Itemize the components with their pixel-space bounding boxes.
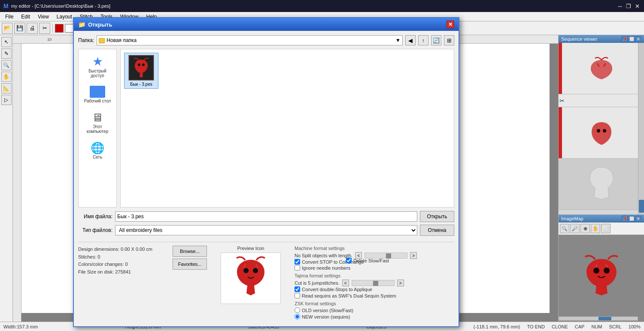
cut-thumb <box>373 281 378 286</box>
read-sequins-checkbox[interactable] <box>295 293 300 298</box>
dialog-content: ★ Быстрый доступ Рабочий стол 🖥 Этот ком… <box>78 49 454 208</box>
filetype-label: Тип файлов: <box>78 227 112 233</box>
ignore-needle-row: Ignore needle numbers <box>295 265 454 271</box>
info-buttons: Browse... Favorites... <box>173 246 207 322</box>
zsk-format-title: ZSK format settings <box>295 301 454 306</box>
filename-input[interactable] <box>115 211 417 222</box>
nav-view-btn[interactable]: ⊞ <box>444 35 454 45</box>
filename-label: Имя файла: <box>78 214 112 220</box>
ignore-needle-label: Ignore needle numbers <box>302 265 350 271</box>
new-version-row: NEW version (sequins) <box>295 314 454 319</box>
convert-double-label: Convert double-Stops to Applique <box>302 287 372 292</box>
svg-point-6 <box>142 63 145 66</box>
no-split-right-btn[interactable]: > <box>410 252 417 259</box>
network-icon: 🌐 <box>91 141 104 155</box>
folder-dropdown-arrow: ▼ <box>395 37 401 43</box>
cut-right-btn[interactable]: > <box>397 280 404 286</box>
dialog-icon: 📁 <box>78 21 85 28</box>
info-right: Machine format settings No Split objects… <box>295 246 454 322</box>
folder-dropdown[interactable]: Новая папка ▼ <box>97 35 403 45</box>
nav-refresh-btn[interactable]: 🔄 <box>431 35 441 45</box>
file-name-byk: Бык - 3.pes <box>130 82 152 87</box>
browse-btn[interactable]: Browse... <box>173 246 207 257</box>
cut-left-btn[interactable]: < <box>342 280 349 286</box>
new-version-label: NEW version (sequins) <box>302 314 350 319</box>
folder-icon <box>90 86 105 98</box>
nav-computer[interactable]: 🖥 Этот компьютер <box>80 109 115 135</box>
convert-double-row: Convert double-Stops to Applique <box>295 286 454 292</box>
svg-point-5 <box>138 63 140 66</box>
no-split-slider[interactable] <box>365 253 407 259</box>
nav-desktop-label: Рабочий стол <box>84 99 111 103</box>
file-list-area: Бык - 3.pes <box>120 49 454 208</box>
favorites-btn[interactable]: Favorites... <box>173 259 207 270</box>
colors-info: Colors/color changes: 0 <box>78 261 164 268</box>
info-left: Design dimensions: 0.00 X 0.00 cm Stitch… <box>78 246 164 322</box>
tajima-format-section: Tajima format settings Cut is 5 jumpstit… <box>295 273 454 298</box>
nav-quick-access[interactable]: ★ Быстрый доступ <box>80 53 115 80</box>
no-split-thumb <box>386 253 391 259</box>
open-file-dialog: 📁 Открыть ✕ Папка: Новая папка ▼ ◀ ↑ 🔄 <box>73 17 459 327</box>
file-sidebar: ★ Быстрый доступ Рабочий стол 🖥 Этот ком… <box>78 49 117 208</box>
nav-up-btn[interactable]: ↑ <box>418 35 428 45</box>
new-version-radio[interactable] <box>295 314 300 319</box>
filetype-select[interactable]: All embroidery files <box>115 225 417 235</box>
dialog-info: Design dimensions: 0.00 X 0.00 cm Stitch… <box>78 242 454 322</box>
preview-bull-svg <box>225 255 276 302</box>
nav-back-btn[interactable]: ◀ <box>405 35 416 45</box>
open-action-btn[interactable]: Открыть <box>420 211 454 222</box>
dialog-body: Папка: Новая папка ▼ ◀ ↑ 🔄 ⊞ ★ <box>74 31 459 326</box>
filetype-row: Тип файлов: All embroidery files Отмена <box>78 225 454 236</box>
cut-slider[interactable] <box>352 280 395 286</box>
file-thumb-byk <box>128 55 154 81</box>
delete-slow-fast-label: Delete Slow/Fast <box>353 258 389 263</box>
folder-icon-img <box>99 37 106 43</box>
machine-format-title: Machine format settings <box>295 246 454 251</box>
stitches-info: Stitches: 0 <box>78 253 164 261</box>
convert-stop-checkbox[interactable] <box>295 259 300 265</box>
dialog-title-bar: 📁 Открыть ✕ <box>74 18 459 31</box>
preview-image <box>221 253 281 304</box>
zsk-format-section: ZSK format settings OLD version (Slow/Fa… <box>295 301 454 319</box>
machine-format-section: Machine format settings No Split objects… <box>295 246 454 271</box>
svg-point-8 <box>253 268 258 273</box>
folder-name-text: Новая папка <box>106 37 137 43</box>
read-sequins-label: Read sequins as SWF's Dual Sequin System <box>302 293 396 298</box>
form-and-buttons: Имя файла: Открыть Тип файлов: All embro… <box>78 211 454 238</box>
dialog-overlay: 📁 Открыть ✕ Папка: Новая папка ▼ ◀ ↑ 🔄 <box>0 0 644 331</box>
file-item-byk[interactable]: Бык - 3.pes <box>124 53 158 89</box>
dialog-title-text: Открыть <box>88 21 112 28</box>
nav-quick-access-label: Быстрый доступ <box>82 69 113 78</box>
read-sequins-row: Read sequins as SWF's Dual Sequin System <box>295 293 454 298</box>
filename-row: Имя файла: Открыть <box>78 211 454 222</box>
cancel-action-btn[interactable]: Отмена <box>420 225 454 236</box>
file-toolbar: Папка: Новая папка ▼ ◀ ↑ 🔄 ⊞ <box>78 35 454 45</box>
delete-slow-fast-checkbox[interactable] <box>346 258 352 263</box>
dialog-close-button[interactable]: ✕ <box>447 21 454 28</box>
dialog-title-left: 📁 Открыть <box>78 21 112 28</box>
old-version-label: OLD version (Slow/Fast) <box>302 308 353 313</box>
folder-label: Папка: <box>78 37 94 43</box>
svg-point-7 <box>243 268 249 273</box>
nav-desktop[interactable]: Рабочий стол <box>80 84 115 105</box>
old-version-radio[interactable] <box>295 307 300 313</box>
no-split-label: No Split objects with length. <box>295 253 352 258</box>
old-version-row: OLD version (Slow/Fast) <box>295 307 454 313</box>
form-fields: Имя файла: Открыть Тип файлов: All embro… <box>78 211 454 238</box>
nav-computer-label: Этот компьютер <box>82 124 113 134</box>
tajima-format-title: Tajima format settings <box>295 273 454 278</box>
file-size-info: File Size on disk: 275841 <box>78 268 164 276</box>
design-dimensions: Design dimensions: 0.00 X 0.00 cm <box>78 246 164 253</box>
nav-network-label: Сеть <box>93 155 102 159</box>
file-thumb-svg <box>130 56 153 79</box>
nav-network[interactable]: 🌐 Сеть <box>80 140 115 161</box>
star-icon: ★ <box>92 54 103 69</box>
cut-row: Cut is 5 jumpstitches. < > <box>295 280 454 286</box>
cut-label: Cut is 5 jumpstitches. <box>295 280 340 286</box>
ignore-needle-checkbox[interactable] <box>295 265 300 271</box>
preview-label: Preview Icon <box>237 246 264 251</box>
info-preview: Preview Icon <box>212 246 289 322</box>
dialog-bottom: Имя файла: Открыть Тип файлов: All embro… <box>78 211 454 322</box>
monitor-icon: 🖥 <box>92 111 103 124</box>
convert-double-checkbox[interactable] <box>295 286 300 292</box>
